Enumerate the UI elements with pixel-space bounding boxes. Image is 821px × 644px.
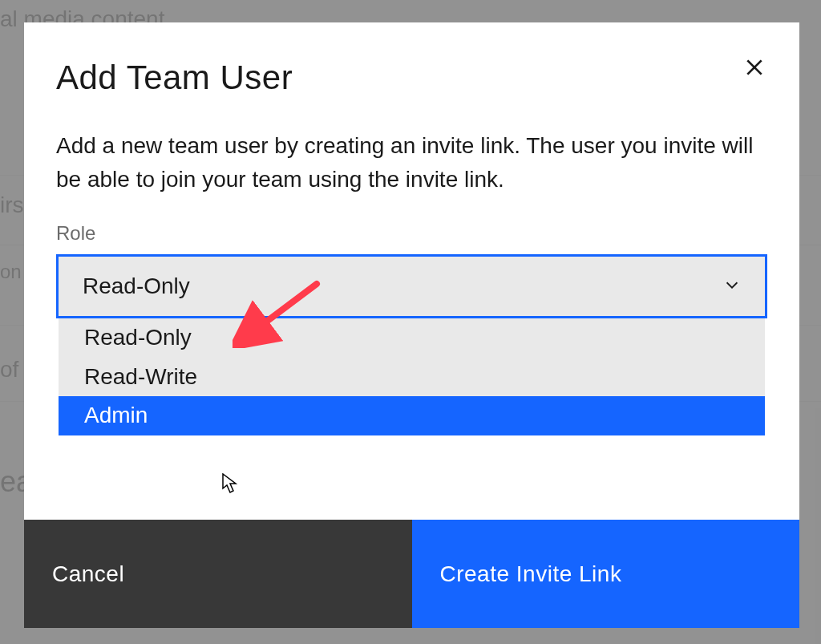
role-option-admin[interactable]: Admin	[59, 396, 765, 435]
role-select[interactable]: Read-Only	[56, 254, 767, 318]
modal-description: Add a new team user by creating an invit…	[56, 129, 762, 196]
role-select-wrapper: Read-Only Read-Only Read-Write Admin	[56, 254, 767, 318]
role-option-read-only[interactable]: Read-Only	[59, 318, 765, 358]
close-icon	[744, 57, 765, 81]
role-option-read-write[interactable]: Read-Write	[59, 358, 765, 397]
create-invite-link-button[interactable]: Create Invite Link	[412, 520, 800, 628]
close-button[interactable]	[742, 56, 767, 82]
modal-body: Add Team User Add a new team user by cre…	[24, 22, 799, 520]
add-team-user-modal: Add Team User Add a new team user by cre…	[24, 22, 799, 628]
role-dropdown-list: Read-Only Read-Write Admin	[59, 318, 765, 435]
chevron-down-icon	[723, 273, 741, 299]
modal-footer: Cancel Create Invite Link	[24, 520, 799, 628]
role-selected-value: Read-Only	[83, 273, 190, 299]
role-label: Role	[56, 222, 767, 245]
modal-title: Add Team User	[56, 59, 767, 97]
cancel-button[interactable]: Cancel	[24, 520, 412, 628]
